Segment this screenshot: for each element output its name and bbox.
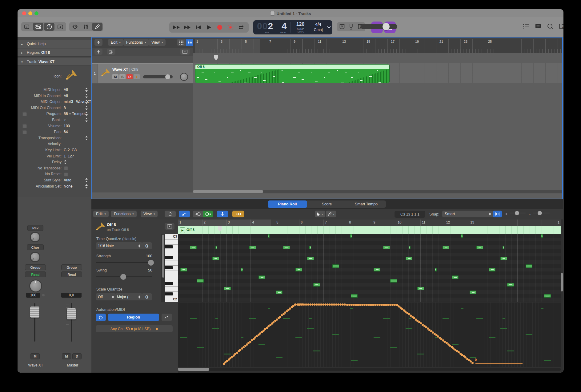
smart-controls-icon[interactable] (70, 23, 80, 31)
param-stepper[interactable] (85, 118, 88, 122)
track-parameter-row[interactable]: Bank:÷ (18, 117, 91, 123)
group-button-2[interactable]: Group (61, 264, 82, 270)
param-value[interactable]: 100 (64, 124, 70, 128)
automation-point[interactable] (353, 304, 355, 306)
param-checkbox[interactable] (64, 166, 68, 170)
param-stepper[interactable] (85, 112, 88, 116)
mute-button-2[interactable]: M (62, 353, 71, 359)
mixer-icon[interactable] (81, 23, 91, 31)
track-parameter-row[interactable]: Icon: (18, 69, 91, 84)
mute-button-1[interactable]: M (30, 353, 40, 359)
automation-jump-icon[interactable] (162, 314, 172, 321)
midi-note[interactable] (190, 246, 197, 249)
param-value[interactable]: ÷ (64, 118, 66, 122)
trumpet-icon[interactable] (64, 69, 77, 83)
midi-note[interactable] (503, 246, 504, 249)
automation-point[interactable] (389, 304, 391, 306)
param-checkbox[interactable] (64, 172, 68, 176)
automation-point[interactable] (316, 303, 318, 306)
automation-region-button[interactable]: Region (108, 314, 159, 321)
go-to-beginning-icon[interactable] (194, 23, 202, 31)
pr-pointer-tool-menu[interactable]: ▾ (315, 211, 325, 217)
automation-point[interactable] (385, 304, 387, 306)
midi-note[interactable] (313, 283, 320, 287)
midi-note[interactable] (268, 234, 270, 238)
automation-point[interactable] (327, 303, 329, 306)
automation-point[interactable] (351, 304, 353, 306)
scale-quantize-root-dropdown[interactable]: Off (96, 293, 116, 300)
note-pads-icon[interactable] (535, 23, 541, 29)
piano-roll-ruler[interactable]: 12345678910111213 1 (178, 220, 561, 226)
midi-note[interactable] (374, 268, 380, 271)
midi-note[interactable] (500, 257, 507, 260)
midi-note[interactable] (241, 268, 243, 271)
library-icon[interactable]: ♪ (22, 23, 32, 31)
automation-point[interactable] (324, 303, 327, 306)
track-parameter-row[interactable]: Transposition: (18, 135, 91, 141)
automation-parameter-dropdown[interactable]: Any Ch.: 50 = (#18 LSB) (96, 325, 173, 332)
param-stepper[interactable] (85, 106, 88, 110)
track-parameter-row[interactable]: Articulation Set:None (18, 183, 91, 189)
param-stepper[interactable] (85, 184, 88, 188)
scroll-thumb[interactable] (178, 368, 209, 371)
automation-point[interactable] (294, 303, 296, 306)
piano-roll-region-lane[interactable]: ▶ Off 8 Off 8 (178, 226, 561, 234)
automation-point[interactable] (344, 303, 346, 306)
region-play-icon[interactable]: ▶ (180, 228, 185, 233)
track-parameter-row[interactable]: MIDI Output:mioXL Wave XT (18, 99, 91, 105)
midi-note[interactable] (541, 234, 543, 238)
send-chor-button[interactable]: Chor (27, 244, 44, 250)
track-parameter-row[interactable]: MIDI Input:All (18, 87, 91, 93)
track-parameter-row[interactable]: Vel Limit:1 127 (18, 153, 91, 159)
param-value[interactable]: 64 (64, 130, 68, 134)
media-browser-icon[interactable]: ♫ (559, 23, 563, 29)
automation-lane[interactable]: 127 0 (178, 303, 561, 367)
black-key[interactable] (165, 245, 173, 248)
lcd-display[interactable]: 002 4 BAR BEAT 120 KEEP TEMPO 4/4 Cmaj (253, 20, 332, 34)
quantize-apply-button[interactable]: Q (142, 242, 152, 249)
master-volume-knob[interactable] (383, 23, 390, 30)
tab-piano-roll[interactable]: Piano Roll (268, 200, 307, 208)
param-value[interactable]: Auto (64, 178, 71, 182)
no-input-icon[interactable] (338, 23, 346, 31)
midi-region-off-8[interactable]: Off 8 (195, 64, 390, 83)
list-editors-icon[interactable] (523, 23, 530, 29)
automation-point[interactable] (376, 304, 379, 306)
pr-snap-dropdown[interactable]: Smart (442, 211, 493, 217)
automation-point[interactable] (381, 304, 383, 306)
group-button-1[interactable]: Group (25, 264, 46, 270)
tab-smart-tempo[interactable]: Smart Tempo (347, 200, 386, 208)
editors-icon[interactable] (92, 23, 102, 31)
volume-fader-1[interactable] (30, 307, 39, 318)
automation-point[interactable] (357, 304, 359, 306)
automation-point[interactable] (355, 304, 357, 306)
quick-help-section[interactable]: ▸Quick Help (18, 40, 91, 48)
midi-note[interactable] (309, 246, 311, 249)
automation-toggle-icon[interactable] (179, 211, 190, 217)
master-volume-slider[interactable] (361, 24, 397, 29)
tracks-view-menu[interactable]: View▾ (149, 39, 166, 46)
editor-h-scrollbar[interactable] (178, 368, 561, 371)
automation-point[interactable] (368, 304, 370, 306)
param-stepper[interactable] (85, 100, 88, 104)
record-enable-button[interactable]: R (126, 74, 133, 79)
pr-vertical-zoom-slider[interactable] (509, 212, 526, 214)
automation-point[interactable] (366, 304, 368, 306)
midi-note[interactable] (249, 246, 256, 249)
track-parameter-row[interactable]: Program:56 = Trumpet (18, 111, 91, 117)
rewind-icon[interactable] (172, 23, 181, 31)
dim-button-2[interactable]: D (72, 353, 82, 359)
midi-note[interactable] (409, 246, 411, 249)
grid-view-icon[interactable] (177, 39, 186, 46)
track-parameter-row[interactable]: Key Limit:C-2 G8 (18, 147, 91, 153)
tracks-h-scrollbar[interactable] (193, 190, 563, 193)
automation-point[interactable] (305, 303, 307, 306)
catch-playhead-icon[interactable] (217, 211, 228, 217)
chor-send-knob[interactable] (30, 252, 40, 262)
strength-slider[interactable] (96, 262, 152, 263)
automation-point[interactable] (314, 303, 316, 306)
automation-point[interactable] (331, 303, 333, 306)
automation-point[interactable] (335, 303, 337, 306)
midi-out-icon[interactable] (203, 211, 213, 217)
keys-scrollbar[interactable] (161, 234, 165, 302)
